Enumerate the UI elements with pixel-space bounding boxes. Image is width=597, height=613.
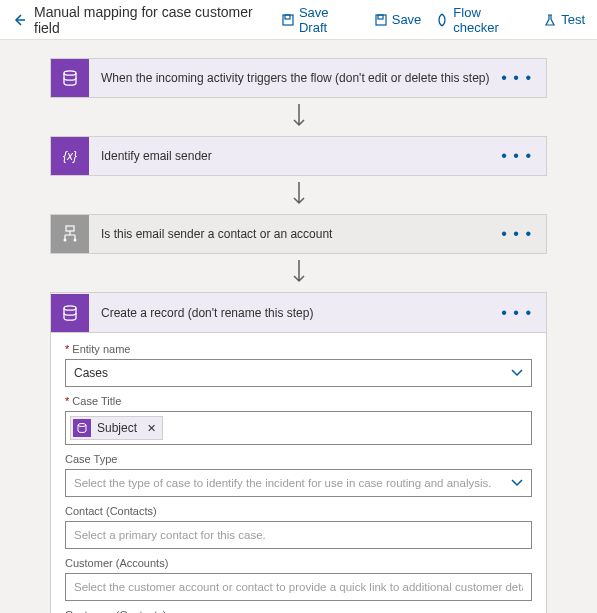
test-button[interactable]: Test	[543, 5, 585, 35]
field-customer-accounts: Customer (Accounts) Select the customer …	[65, 557, 532, 601]
flow-canvas: When the incoming activity triggers the …	[0, 40, 597, 613]
save-draft-button[interactable]: Save Draft	[281, 5, 360, 35]
subject-chip[interactable]: Subject ✕	[70, 416, 163, 440]
svg-point-9	[64, 305, 76, 309]
arrow-down-icon	[50, 98, 547, 136]
field-case-type: Case Type Select the type of case to ide…	[65, 453, 532, 497]
card-body: * Entity name Cases * Case Title Subject…	[51, 333, 546, 613]
database-icon	[51, 59, 89, 97]
entity-value: Cases	[74, 366, 108, 380]
flow-checker-icon	[435, 13, 449, 27]
save-draft-icon	[281, 13, 295, 27]
case-type-select[interactable]: Select the type of case to identify the …	[65, 469, 532, 497]
test-label: Test	[561, 12, 585, 27]
field-case-title: * Case Title Subject ✕	[65, 395, 532, 445]
arrow-down-icon	[50, 254, 547, 292]
test-icon	[543, 13, 557, 27]
step-identify[interactable]: {x} Identify email sender • • •	[50, 136, 547, 176]
svg-rect-3	[378, 15, 383, 19]
svg-point-8	[74, 239, 77, 242]
svg-point-7	[64, 239, 67, 242]
step-create-label: Create a record (don't rename this step)	[89, 306, 501, 320]
step-trigger[interactable]: When the incoming activity triggers the …	[50, 58, 547, 98]
field-customer-accounts-label: Customer (Accounts)	[65, 557, 532, 569]
svg-rect-1	[285, 15, 290, 19]
step-condition-label: Is this email sender a contact or an acc…	[89, 227, 501, 241]
flow-checker-label: Flow checker	[453, 5, 529, 35]
field-customer-contacts-label: Customer (Contacts)	[65, 609, 532, 613]
field-entity: * Entity name Cases	[65, 343, 532, 387]
customer-accounts-input[interactable]: Select the customer account or contact t…	[65, 573, 532, 601]
database-icon	[73, 419, 91, 437]
save-draft-label: Save Draft	[299, 5, 360, 35]
field-entity-label: * Entity name	[65, 343, 532, 355]
contact-input[interactable]: Select a primary contact for this case.	[65, 521, 532, 549]
svg-text:{x}: {x}	[63, 149, 77, 163]
chip-remove-icon[interactable]: ✕	[147, 422, 156, 435]
chevron-down-icon	[511, 369, 523, 377]
step-identify-label: Identify email sender	[89, 149, 501, 163]
field-customer-contacts: Customer (Contacts) contacts(85df6c86-ca…	[65, 609, 532, 613]
field-contact-label: Contact (Contacts)	[65, 505, 532, 517]
database-icon	[51, 294, 89, 332]
page-title: Manual mapping for case customer field	[34, 4, 281, 36]
chevron-down-icon	[511, 479, 523, 487]
condition-icon	[51, 215, 89, 253]
step-create-header[interactable]: Create a record (don't rename this step)…	[51, 293, 546, 333]
arrow-left-icon	[12, 13, 26, 27]
field-contact: Contact (Contacts) Select a primary cont…	[65, 505, 532, 549]
variable-icon: {x}	[51, 137, 89, 175]
save-icon	[374, 13, 388, 27]
svg-point-4	[64, 71, 76, 75]
svg-point-10	[78, 424, 86, 427]
toolbar: Save Draft Save Flow checker Test	[281, 5, 585, 35]
arrow-down-icon	[50, 176, 547, 214]
chip-label: Subject	[97, 421, 137, 435]
save-button[interactable]: Save	[374, 5, 422, 35]
field-case-title-label: * Case Title	[65, 395, 532, 407]
field-case-type-label: Case Type	[65, 453, 532, 465]
flow-checker-button[interactable]: Flow checker	[435, 5, 529, 35]
top-bar: Manual mapping for case customer field S…	[0, 0, 597, 40]
step-create-card: Create a record (don't rename this step)…	[50, 292, 547, 613]
step-trigger-label: When the incoming activity triggers the …	[89, 71, 501, 85]
save-label: Save	[392, 12, 422, 27]
svg-rect-6	[66, 226, 74, 231]
step-condition[interactable]: Is this email sender a contact or an acc…	[50, 214, 547, 254]
entity-select[interactable]: Cases	[65, 359, 532, 387]
back-button[interactable]: Manual mapping for case customer field	[12, 4, 281, 36]
contact-placeholder: Select a primary contact for this case.	[74, 529, 266, 541]
case-title-input[interactable]: Subject ✕	[65, 411, 532, 445]
customer-accounts-placeholder: Select the customer account or contact t…	[74, 581, 523, 593]
case-type-placeholder: Select the type of case to identify the …	[74, 477, 491, 489]
